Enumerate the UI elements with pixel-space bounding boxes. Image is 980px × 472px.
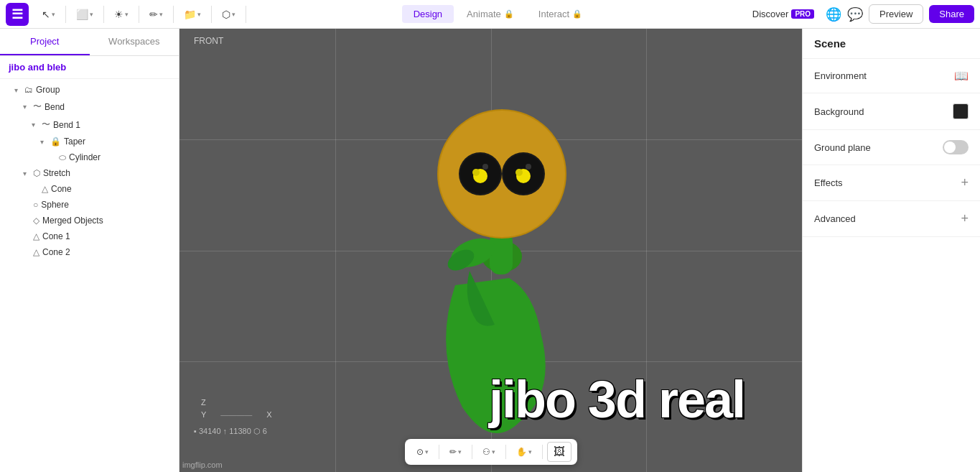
tool-group-nodes: ⬡ ▾: [218, 6, 246, 23]
nodes-icon: ⬡: [222, 9, 230, 20]
character-3d: [369, 48, 613, 453]
background-row: Background: [803, 93, 980, 129]
effects-row: Effects +: [803, 165, 980, 200]
draw-tool-btn[interactable]: ✏ ▾: [145, 6, 167, 23]
viewport-label: FRONT: [194, 36, 223, 46]
ground-plane-label: Ground plane: [814, 142, 871, 153]
scene-header: Scene: [803, 29, 980, 59]
lock-icon-animate: 🔒: [504, 9, 514, 19]
tree-item-sphere[interactable]: ▾ ○ Sphere: [0, 197, 179, 213]
viewport-stats: ▪ 34140 ↑ 11380 ⬡ 6: [194, 427, 267, 436]
select-tool-btn[interactable]: ↖ ▾: [37, 6, 60, 23]
figure-icon: ⚇: [482, 447, 490, 457]
brush-icon: ✏: [449, 447, 457, 457]
figure-btn[interactable]: ⚇ ▾: [477, 444, 501, 460]
tree-item-bend1[interactable]: ▾ 〜 Bend 1: [0, 116, 179, 134]
design-mode-btn[interactable]: Design: [402, 5, 454, 23]
tree-item-cone2[interactable]: ▾ △ Cone 2: [0, 244, 179, 260]
preview-btn[interactable]: Preview: [869, 4, 923, 24]
effects-label: Effects: [814, 177, 843, 188]
tree-item-cylinder[interactable]: ▾ ⬭ Cylinder: [0, 149, 179, 165]
cursor-icon: ↖: [42, 9, 50, 20]
svg-point-9: [472, 169, 480, 176]
ground-plane-toggle[interactable]: [943, 140, 969, 154]
tree-item-merged[interactable]: ▾ ◇ Merged Objects: [0, 213, 179, 228]
animate-mode-btn[interactable]: Animate 🔒: [455, 5, 526, 23]
files-tool-btn[interactable]: 📁 ▾: [179, 6, 205, 23]
camera-icon: ⊙: [416, 447, 424, 457]
interact-mode-btn[interactable]: Interact 🔒: [527, 5, 594, 23]
shapes-icon: ⬜: [76, 9, 88, 20]
tool-group-shapes: ⬜ ▾: [72, 6, 104, 23]
viewport[interactable]: FRONT: [179, 29, 802, 472]
svg-point-14: [482, 164, 488, 170]
shapes-tool-btn[interactable]: ⬜ ▾: [72, 6, 98, 23]
sun-icon: ☀: [114, 9, 123, 20]
app-logo[interactable]: ☰: [6, 3, 29, 26]
image-btn[interactable]: 🖼: [547, 442, 571, 462]
sphere-icon: ○: [33, 200, 38, 210]
lock-icon-taper: 🔒: [50, 136, 61, 147]
book-icon[interactable]: 📖: [954, 69, 969, 83]
environment-section: Environment 📖: [803, 59, 980, 93]
tree-item-cone[interactable]: ▾ △ Cone: [0, 181, 179, 197]
curve-icon-2: 〜: [42, 119, 50, 131]
cylinder-icon: ⬭: [59, 152, 66, 162]
project-title: jibo and bleb: [0, 56, 179, 79]
main-layout: Project Workspaces jibo and bleb ▾ 🗂 Gro…: [0, 29, 980, 472]
background-section: Background: [803, 93, 980, 130]
stretch-icon: ⬡: [33, 168, 40, 178]
main-toolbar: ☰ ↖ ▾ ⬜ ▾ ☀ ▾ ✏ ▾ 📁 ▾ ⬡ ▾: [0, 0, 980, 29]
lock-icon-interact: 🔒: [572, 9, 582, 19]
pro-badge: PRO: [791, 9, 814, 19]
tree-item-taper[interactable]: ▾ 🔒 Taper: [0, 134, 179, 149]
globe-icon[interactable]: 🌐: [826, 6, 841, 22]
toolbar-right-actions: Discover PRO 🌐 💬 Preview Share: [747, 4, 974, 24]
merged-icon: ◇: [33, 216, 39, 226]
cone-icon: △: [42, 184, 48, 194]
image-icon: 🖼: [554, 445, 565, 458]
ground-plane-section: Ground plane: [803, 130, 980, 165]
left-panel: Project Workspaces jibo and bleb ▾ 🗂 Gro…: [0, 29, 179, 472]
tab-project[interactable]: Project: [0, 29, 90, 55]
tool-group-select: ↖ ▾: [37, 6, 66, 23]
chat-icon[interactable]: 💬: [847, 6, 863, 22]
tool-group-lighting: ☀ ▾: [110, 6, 139, 23]
tool-group-draw: ✏ ▾: [145, 6, 174, 23]
background-color-swatch[interactable]: [953, 103, 969, 119]
tree-item-bend[interactable]: ▾ 〜 Bend: [0, 98, 179, 116]
effects-add-btn[interactable]: +: [961, 175, 969, 190]
folder-icon: 📁: [184, 9, 196, 20]
advanced-label: Advanced: [814, 213, 856, 224]
advanced-row: Advanced +: [803, 201, 980, 236]
cone1-icon: △: [33, 231, 39, 241]
toolbar-divider-4: [542, 445, 543, 459]
tree-item-stretch[interactable]: ▾ ⬡ Stretch: [0, 165, 179, 181]
tool-group-files: 📁 ▾: [179, 6, 212, 23]
advanced-add-btn[interactable]: +: [961, 211, 969, 226]
background-label: Background: [814, 106, 864, 117]
share-btn[interactable]: Share: [929, 5, 974, 23]
scene-tree: ▾ 🗂 Group ▾ 〜 Bend ▾ 〜 Bend 1: [0, 79, 179, 472]
folder-icon: 🗂: [24, 85, 33, 95]
curve-icon: 〜: [33, 101, 42, 113]
environment-row: Environment 📖: [803, 59, 980, 93]
cone2-icon: △: [33, 247, 39, 257]
imgflip-watermark: imgflip.com: [182, 461, 223, 469]
hand-btn[interactable]: ✋ ▾: [510, 444, 538, 460]
tree-item-cone1[interactable]: ▾ △ Cone 1: [0, 228, 179, 244]
svg-point-15: [526, 164, 531, 170]
hand-icon: ✋: [516, 447, 527, 457]
discover-btn[interactable]: Discover PRO: [747, 6, 820, 22]
toolbar-divider-1: [439, 445, 439, 459]
tab-workspaces[interactable]: Workspaces: [90, 29, 179, 55]
ground-plane-row: Ground plane: [803, 130, 980, 165]
brush-btn[interactable]: ✏ ▾: [444, 444, 467, 460]
tree-item-group[interactable]: ▾ 🗂 Group: [0, 82, 179, 98]
toolbar-divider-3: [505, 445, 506, 459]
nodes-tool-btn[interactable]: ⬡ ▾: [218, 6, 240, 23]
effects-section: Effects +: [803, 165, 980, 201]
axis-indicator: Z Y ———— X: [201, 397, 272, 422]
camera-btn[interactable]: ⊙ ▾: [411, 444, 434, 460]
lighting-tool-btn[interactable]: ☀ ▾: [110, 6, 133, 23]
